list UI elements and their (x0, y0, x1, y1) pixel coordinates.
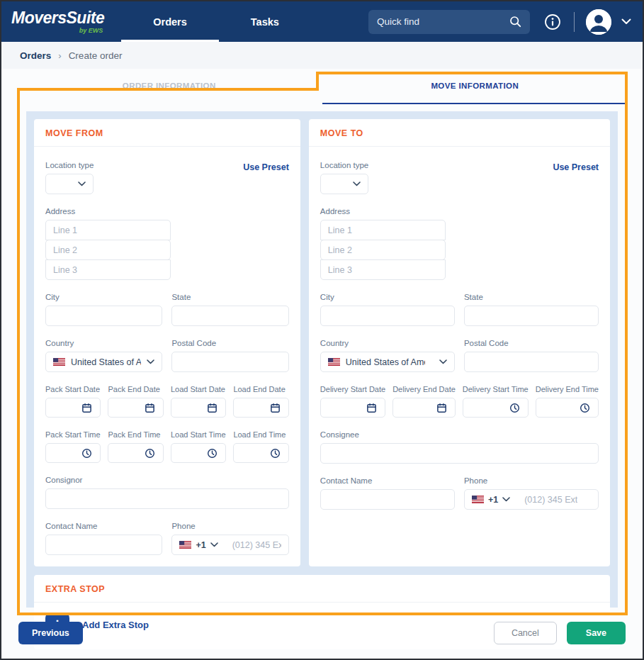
user-avatar[interactable] (586, 9, 611, 35)
pack-end-date-label: Pack End Date (108, 385, 163, 393)
move-from-country-select[interactable]: United States of America (45, 352, 162, 372)
search-icon[interactable] (509, 16, 521, 28)
move-from-address-line2-input[interactable] (45, 240, 171, 260)
move-from-load-end-date-field[interactable] (233, 398, 288, 418)
move-to-delivery-end-time-field[interactable] (536, 398, 599, 418)
delivery-end-time-label: Delivery End Time (536, 385, 599, 393)
phone-placeholder: (012) 345 Ext (524, 495, 577, 505)
quick-find-input[interactable] (377, 16, 509, 27)
calendar-icon[interactable] (81, 403, 92, 413)
load-start-time-label: Load Start Time (171, 430, 226, 439)
location-type-label: Location type (320, 161, 368, 169)
move-to-consignee-input[interactable] (320, 443, 599, 464)
chevron-down-icon (439, 359, 447, 364)
address-label: Address (45, 207, 289, 216)
location-type-label: Location type (45, 161, 94, 169)
move-to-contact-name-input[interactable] (320, 489, 455, 510)
move-from-pack-start-time-field[interactable] (45, 443, 101, 463)
move-from-load-end-time-field[interactable] (233, 443, 288, 463)
previous-button[interactable]: Previous (18, 622, 83, 644)
move-from-consignor-input[interactable] (45, 488, 289, 509)
load-start-date-label: Load Start Date (171, 385, 226, 393)
move-from-address-line3-input[interactable] (45, 259, 171, 280)
tab-move-information[interactable]: MOVE INFORMATION (322, 69, 628, 104)
move-to-address-line2-input[interactable] (320, 240, 446, 260)
delivery-start-date-label: Delivery Start Date (320, 385, 385, 393)
move-to-state-input[interactable] (464, 306, 599, 326)
move-from-state-input[interactable] (171, 306, 288, 326)
move-from-phone-field[interactable]: +1 (012) 345 Ext (171, 535, 288, 555)
move-from-postal-code-input[interactable] (171, 352, 288, 372)
move-from-pack-start-date-field[interactable] (45, 398, 101, 418)
tab-move-information-label: MOVE INFORMATION (431, 82, 519, 90)
clock-icon[interactable] (81, 448, 92, 459)
phone-country-code[interactable]: +1 (488, 495, 498, 505)
move-from-address-line1-input[interactable] (45, 220, 171, 240)
move-from-use-preset-link[interactable]: Use Preset (243, 162, 289, 172)
clock-icon[interactable] (270, 448, 281, 459)
breadcrumb: Orders › Create order (1, 42, 643, 69)
add-extra-stop-label[interactable]: Add Extra Stop (82, 620, 149, 630)
move-to-address-line1-input[interactable] (320, 220, 446, 240)
breadcrumb-separator: › (58, 50, 61, 61)
move-to-city-input[interactable] (320, 306, 455, 326)
nav-tab-orders[interactable]: Orders (121, 1, 219, 42)
nav-tab-tasks-label: Tasks (251, 16, 279, 28)
country-label: Country (320, 339, 455, 347)
nav-tab-tasks[interactable]: Tasks (219, 1, 311, 42)
pack-start-time-label: Pack Start Time (45, 430, 101, 439)
move-to-delivery-end-date-field[interactable] (392, 398, 456, 418)
contact-name-label: Contact Name (45, 522, 162, 530)
move-to-address-line3-input[interactable] (320, 259, 446, 280)
save-button[interactable]: Save (567, 622, 626, 644)
chevron-down-icon[interactable] (502, 497, 510, 502)
extra-stop-title: EXTRA STOP (34, 575, 610, 603)
calendar-icon[interactable] (145, 403, 155, 413)
info-button[interactable] (544, 13, 561, 30)
breadcrumb-orders[interactable]: Orders (20, 50, 51, 61)
delivery-start-time-label: Delivery Start Time (463, 385, 529, 393)
move-to-delivery-start-time-field[interactable] (463, 398, 529, 418)
move-from-pack-end-date-field[interactable] (108, 398, 163, 418)
cancel-button[interactable]: Cancel (494, 622, 557, 644)
navbar-divider (574, 12, 575, 32)
move-to-postal-code-input[interactable] (464, 352, 599, 372)
postal-code-label: Postal Code (464, 339, 599, 347)
tab-order-information[interactable]: ORDER INFORMATION (16, 69, 322, 104)
calendar-icon[interactable] (366, 403, 377, 413)
chevron-down-icon[interactable] (210, 542, 218, 547)
move-to-use-preset-link[interactable]: Use Preset (553, 162, 599, 172)
app-window: MoversSuite by EWS Orders Tasks (0, 0, 644, 660)
phone-label: Phone (464, 476, 599, 485)
us-flag-icon (328, 358, 340, 366)
move-from-load-start-time-field[interactable] (171, 443, 226, 463)
move-to-delivery-start-date-field[interactable] (320, 398, 385, 418)
phone-country-code[interactable]: +1 (196, 540, 205, 550)
clock-icon[interactable] (145, 448, 155, 459)
move-from-load-start-date-field[interactable] (171, 398, 226, 418)
us-flag-icon (179, 541, 191, 549)
city-label: City (320, 293, 455, 301)
calendar-icon[interactable] (270, 403, 281, 413)
logo-subtext: by EWS (79, 27, 103, 34)
move-from-pack-end-time-field[interactable] (108, 443, 163, 463)
move-to-phone-field[interactable]: +1 (012) 345 Ext (464, 489, 599, 510)
clock-icon[interactable] (207, 448, 218, 459)
top-navbar: MoversSuite by EWS Orders Tasks (1, 1, 643, 42)
move-from-location-type-select[interactable] (45, 174, 94, 194)
delivery-end-date-label: Delivery End Date (392, 385, 456, 393)
clock-icon[interactable] (509, 403, 520, 413)
calendar-icon[interactable] (207, 403, 218, 413)
move-to-country-select[interactable]: United States of America (320, 352, 455, 372)
move-from-contact-name-input[interactable] (45, 535, 162, 555)
chevron-down-icon (147, 359, 154, 364)
chevron-down-icon (621, 18, 631, 25)
clock-icon[interactable] (580, 403, 590, 413)
move-to-location-type-select[interactable] (320, 174, 368, 194)
state-label: State (464, 293, 599, 301)
account-menu-chevron[interactable] (621, 18, 631, 25)
quick-find-search[interactable] (368, 10, 530, 34)
calendar-icon[interactable] (436, 403, 447, 413)
load-end-time-label: Load End Time (233, 430, 288, 439)
move-from-city-input[interactable] (45, 306, 162, 326)
